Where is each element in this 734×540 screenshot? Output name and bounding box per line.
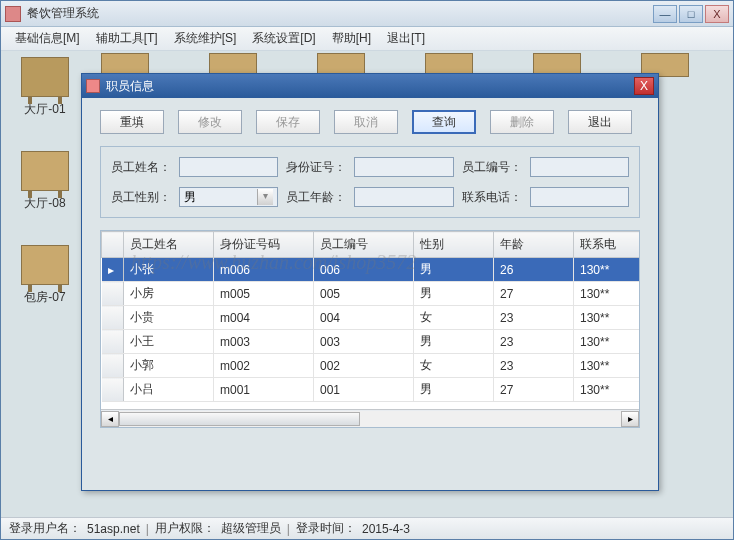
column-header[interactable]: 员工编号: [314, 232, 414, 258]
age-input[interactable]: [354, 187, 453, 207]
cell: 005: [314, 282, 414, 306]
table-row[interactable]: 小郭m002002女23130**: [102, 354, 640, 378]
column-header[interactable]: 性别: [414, 232, 494, 258]
table-row[interactable]: ▸小张m006006男26130**: [102, 258, 640, 282]
menu-item[interactable]: 帮助[H]: [324, 27, 379, 50]
column-header[interactable]: 身份证号码: [214, 232, 314, 258]
desk-item[interactable]: 包房-07: [15, 245, 75, 306]
cell: 23: [494, 306, 574, 330]
cell: 男: [414, 378, 494, 402]
cell: m004: [214, 306, 314, 330]
dialog-titlebar[interactable]: 职员信息 X: [82, 74, 658, 98]
cell: 23: [494, 330, 574, 354]
cell: m001: [214, 378, 314, 402]
status-time: 2015-4-3: [362, 522, 410, 536]
status-user: 51asp.net: [87, 522, 140, 536]
close-button[interactable]: X: [705, 5, 729, 23]
desk-icon: [21, 57, 69, 97]
column-header[interactable]: 年龄: [494, 232, 574, 258]
menu-item[interactable]: 辅助工具[T]: [88, 27, 166, 50]
cell: 003: [314, 330, 414, 354]
name-label: 员工姓名：: [111, 159, 171, 176]
status-perm-label: 用户权限：: [155, 520, 215, 537]
cell: 130**: [574, 258, 640, 282]
delete-button[interactable]: 删除: [490, 110, 554, 134]
desk-item[interactable]: 大厅-08: [15, 151, 75, 212]
row-indicator: [102, 306, 124, 330]
gender-label: 员工性别：: [111, 189, 171, 206]
table-row[interactable]: 小吕m001001男27130**: [102, 378, 640, 402]
cell: 006: [314, 258, 414, 282]
name-input[interactable]: [179, 157, 278, 177]
menubar: 基础信息[M]辅助工具[T]系统维护[S]系统设置[D]帮助[H]退出[T]: [1, 27, 733, 51]
dialog-close-button[interactable]: X: [634, 77, 654, 95]
cell: 130**: [574, 354, 640, 378]
column-header[interactable]: 联系电: [574, 232, 640, 258]
cell: 小郭: [124, 354, 214, 378]
no-input[interactable]: [530, 157, 629, 177]
cell: 小贵: [124, 306, 214, 330]
desk-icon: [21, 245, 69, 285]
form-panel: 员工姓名： 身份证号： 员工编号： 员工性别： 男 ▾ 员工年龄： 联系电话：: [100, 146, 640, 218]
query-button[interactable]: 查询: [412, 110, 476, 134]
no-label: 员工编号：: [462, 159, 522, 176]
table-row[interactable]: 小房m005005男27130**: [102, 282, 640, 306]
row-indicator: ▸: [102, 258, 124, 282]
data-grid[interactable]: 员工姓名身份证号码员工编号性别年龄联系电 ▸小张m006006男26130**小…: [100, 230, 640, 428]
desk-icon: [21, 151, 69, 191]
row-indicator: [102, 330, 124, 354]
scroll-track[interactable]: [119, 411, 621, 427]
cell: 002: [314, 354, 414, 378]
cell: 27: [494, 282, 574, 306]
refill-button[interactable]: 重填: [100, 110, 164, 134]
desk-label: 大厅-01: [15, 101, 75, 118]
menu-item[interactable]: 基础信息[M]: [7, 27, 88, 50]
gender-value: 男: [184, 189, 196, 206]
cell: 26: [494, 258, 574, 282]
row-indicator: [102, 282, 124, 306]
app-title: 餐饮管理系统: [27, 5, 653, 22]
row-indicator: [102, 354, 124, 378]
cancel-button[interactable]: 取消: [334, 110, 398, 134]
cell: 小王: [124, 330, 214, 354]
scroll-left-icon[interactable]: ◂: [101, 411, 119, 427]
id-label: 身份证号：: [286, 159, 346, 176]
save-button[interactable]: 保存: [256, 110, 320, 134]
status-time-label: 登录时间：: [296, 520, 356, 537]
table-row[interactable]: 小贵m004004女23130**: [102, 306, 640, 330]
status-perm: 超级管理员: [221, 520, 281, 537]
cell: m002: [214, 354, 314, 378]
cell: 女: [414, 354, 494, 378]
minimize-button[interactable]: —: [653, 5, 677, 23]
gender-combo[interactable]: 男 ▾: [179, 187, 278, 207]
column-header[interactable]: 员工姓名: [124, 232, 214, 258]
id-input[interactable]: [354, 157, 453, 177]
table-row[interactable]: 小王m003003男23130**: [102, 330, 640, 354]
cell: 004: [314, 306, 414, 330]
maximize-button[interactable]: □: [679, 5, 703, 23]
desk-label: 包房-07: [15, 289, 75, 306]
phone-input[interactable]: [530, 187, 629, 207]
horizontal-scrollbar[interactable]: ◂ ▸: [101, 409, 639, 427]
cell: 小房: [124, 282, 214, 306]
exit-button[interactable]: 退出: [568, 110, 632, 134]
phone-label: 联系电话：: [462, 189, 522, 206]
desk-item[interactable]: 大厅-01: [15, 57, 75, 118]
cell: 男: [414, 330, 494, 354]
employee-dialog: 职员信息 X 重填 修改 保存 取消 查询 删除 退出 员工姓名： 身份证号： …: [81, 73, 659, 491]
cell: 130**: [574, 378, 640, 402]
desk-label: 大厅-08: [15, 195, 75, 212]
scroll-right-icon[interactable]: ▸: [621, 411, 639, 427]
statusbar: 登录用户名： 51asp.net | 用户权限： 超级管理员 | 登录时间： 2…: [1, 517, 733, 539]
cell: 27: [494, 378, 574, 402]
menu-item[interactable]: 退出[T]: [379, 27, 433, 50]
cell: m006: [214, 258, 314, 282]
menu-item[interactable]: 系统设置[D]: [244, 27, 323, 50]
cell: 130**: [574, 330, 640, 354]
cell: m003: [214, 330, 314, 354]
outer-titlebar[interactable]: 餐饮管理系统 — □ X: [1, 1, 733, 27]
modify-button[interactable]: 修改: [178, 110, 242, 134]
scroll-thumb[interactable]: [119, 412, 360, 426]
menu-item[interactable]: 系统维护[S]: [166, 27, 245, 50]
status-user-label: 登录用户名：: [9, 520, 81, 537]
